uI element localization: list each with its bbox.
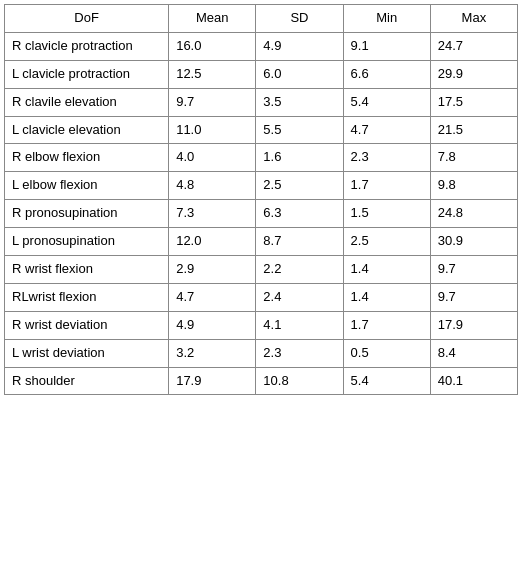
- table-row: R wrist flexion2.92.21.49.7: [5, 256, 518, 284]
- cell-max: 9.7: [430, 256, 517, 284]
- cell-max: 17.9: [430, 311, 517, 339]
- cell-min: 1.7: [343, 172, 430, 200]
- header-max: Max: [430, 5, 517, 33]
- cell-max: 17.5: [430, 88, 517, 116]
- cell-dof: L elbow flexion: [5, 172, 169, 200]
- cell-sd: 2.2: [256, 256, 343, 284]
- table-row: RLwrist flexion4.72.41.49.7: [5, 283, 518, 311]
- table-row: R shoulder17.910.85.440.1: [5, 367, 518, 395]
- table-row: R elbow flexion4.01.62.37.8: [5, 144, 518, 172]
- cell-min: 5.4: [343, 88, 430, 116]
- cell-mean: 3.2: [169, 339, 256, 367]
- cell-sd: 8.7: [256, 228, 343, 256]
- table-container: DoF Mean SD Min Max R clavicle protracti…: [0, 0, 522, 399]
- cell-min: 9.1: [343, 32, 430, 60]
- cell-min: 5.4: [343, 367, 430, 395]
- table-row: R clavicle protraction16.04.99.124.7: [5, 32, 518, 60]
- cell-sd: 4.1: [256, 311, 343, 339]
- header-sd: SD: [256, 5, 343, 33]
- cell-min: 1.4: [343, 283, 430, 311]
- cell-dof: R clavicle protraction: [5, 32, 169, 60]
- cell-mean: 2.9: [169, 256, 256, 284]
- cell-max: 8.4: [430, 339, 517, 367]
- cell-dof: L pronosupination: [5, 228, 169, 256]
- data-table: DoF Mean SD Min Max R clavicle protracti…: [4, 4, 518, 395]
- cell-max: 9.7: [430, 283, 517, 311]
- table-row: R wrist deviation4.94.11.717.9: [5, 311, 518, 339]
- cell-max: 21.5: [430, 116, 517, 144]
- header-dof: DoF: [5, 5, 169, 33]
- cell-sd: 6.3: [256, 200, 343, 228]
- cell-dof: R wrist flexion: [5, 256, 169, 284]
- cell-min: 1.7: [343, 311, 430, 339]
- cell-dof: R shoulder: [5, 367, 169, 395]
- header-min: Min: [343, 5, 430, 33]
- cell-mean: 4.0: [169, 144, 256, 172]
- cell-mean: 11.0: [169, 116, 256, 144]
- table-row: L wrist deviation3.22.30.58.4: [5, 339, 518, 367]
- cell-max: 7.8: [430, 144, 517, 172]
- cell-dof: RLwrist flexion: [5, 283, 169, 311]
- cell-sd: 2.5: [256, 172, 343, 200]
- cell-dof: L clavicle protraction: [5, 60, 169, 88]
- cell-min: 1.5: [343, 200, 430, 228]
- cell-mean: 17.9: [169, 367, 256, 395]
- cell-sd: 4.9: [256, 32, 343, 60]
- cell-dof: L wrist deviation: [5, 339, 169, 367]
- cell-max: 29.9: [430, 60, 517, 88]
- table-row: R clavile elevation9.73.55.417.5: [5, 88, 518, 116]
- cell-dof: R clavile elevation: [5, 88, 169, 116]
- cell-min: 6.6: [343, 60, 430, 88]
- cell-mean: 4.9: [169, 311, 256, 339]
- table-row: L elbow flexion4.82.51.79.8: [5, 172, 518, 200]
- cell-max: 9.8: [430, 172, 517, 200]
- cell-mean: 12.5: [169, 60, 256, 88]
- cell-dof: R pronosupination: [5, 200, 169, 228]
- cell-min: 2.5: [343, 228, 430, 256]
- cell-max: 40.1: [430, 367, 517, 395]
- cell-max: 24.8: [430, 200, 517, 228]
- cell-sd: 5.5: [256, 116, 343, 144]
- cell-min: 0.5: [343, 339, 430, 367]
- cell-max: 24.7: [430, 32, 517, 60]
- table-row: L pronosupination12.08.72.530.9: [5, 228, 518, 256]
- cell-sd: 2.4: [256, 283, 343, 311]
- table-row: L clavicle protraction12.56.06.629.9: [5, 60, 518, 88]
- cell-mean: 16.0: [169, 32, 256, 60]
- cell-max: 30.9: [430, 228, 517, 256]
- cell-mean: 12.0: [169, 228, 256, 256]
- cell-dof: R elbow flexion: [5, 144, 169, 172]
- cell-dof: R wrist deviation: [5, 311, 169, 339]
- table-row: R pronosupination7.36.31.524.8: [5, 200, 518, 228]
- cell-sd: 2.3: [256, 339, 343, 367]
- cell-mean: 4.8: [169, 172, 256, 200]
- cell-mean: 4.7: [169, 283, 256, 311]
- header-mean: Mean: [169, 5, 256, 33]
- cell-sd: 1.6: [256, 144, 343, 172]
- cell-dof: L clavicle elevation: [5, 116, 169, 144]
- table-row: L clavicle elevation11.05.54.721.5: [5, 116, 518, 144]
- cell-sd: 3.5: [256, 88, 343, 116]
- cell-min: 4.7: [343, 116, 430, 144]
- cell-mean: 7.3: [169, 200, 256, 228]
- cell-sd: 6.0: [256, 60, 343, 88]
- cell-min: 1.4: [343, 256, 430, 284]
- cell-mean: 9.7: [169, 88, 256, 116]
- header-row: DoF Mean SD Min Max: [5, 5, 518, 33]
- cell-min: 2.3: [343, 144, 430, 172]
- cell-sd: 10.8: [256, 367, 343, 395]
